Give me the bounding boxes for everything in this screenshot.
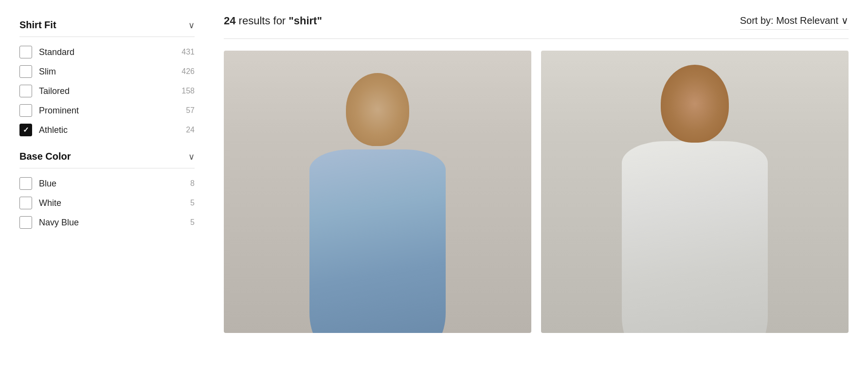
page-layout: Shirt Fit ∨ Standard 431 Slim 426 Tailor… — [0, 0, 868, 368]
list-item[interactable]: Athletic 24 — [19, 124, 195, 136]
tailored-count: 158 — [181, 87, 195, 95]
athletic-count: 24 — [186, 126, 195, 134]
athletic-checkbox[interactable] — [19, 124, 32, 136]
slim-checkbox[interactable] — [19, 65, 32, 78]
list-item[interactable]: Blue 8 — [19, 177, 195, 190]
results-count: 24 — [224, 15, 235, 27]
prominent-count: 57 — [186, 106, 195, 115]
list-item[interactable]: Standard 431 — [19, 46, 195, 58]
base-color-options: Blue 8 White 5 Navy Blue 5 — [19, 177, 195, 229]
list-item[interactable]: Tailored 158 — [19, 85, 195, 97]
navy-blue-label: Navy Blue — [39, 218, 183, 228]
list-item[interactable]: Prominent 57 — [19, 104, 195, 117]
white-label: White — [39, 198, 183, 208]
slim-count: 426 — [181, 67, 195, 76]
shirt-fit-section: Shirt Fit ∨ Standard 431 Slim 426 Tailor… — [19, 19, 195, 136]
prominent-label: Prominent — [39, 106, 179, 116]
prominent-checkbox[interactable] — [19, 104, 32, 117]
results-prefix: results for — [239, 15, 289, 27]
white-count: 5 — [190, 199, 195, 207]
main-content: 24 results for "shirt" Sort by: Most Rel… — [214, 15, 849, 353]
list-item[interactable]: Navy Blue 5 — [19, 216, 195, 229]
base-color-section: Base Color ∨ Blue 8 White 5 Navy Blue — [19, 151, 195, 229]
blue-count: 8 — [190, 179, 195, 188]
athletic-label: Athletic — [39, 125, 179, 135]
sort-label: Sort by: Most Relevant — [740, 15, 838, 26]
standard-checkbox[interactable] — [19, 46, 32, 58]
shirt-fit-title: Shirt Fit — [19, 19, 56, 31]
results-query: "shirt" — [289, 15, 322, 27]
sort-chevron-icon: ∨ — [841, 15, 849, 26]
shirt-fit-header[interactable]: Shirt Fit ∨ — [19, 19, 195, 37]
blue-label: Blue — [39, 179, 183, 189]
standard-count: 431 — [181, 48, 195, 56]
product-grid — [224, 51, 849, 333]
product-card[interactable] — [541, 51, 849, 333]
list-item[interactable]: White 5 — [19, 197, 195, 209]
results-summary: 24 results for "shirt" — [224, 15, 322, 27]
results-header: 24 results for "shirt" Sort by: Most Rel… — [224, 15, 849, 39]
shirt-fit-chevron-icon: ∨ — [188, 20, 195, 31]
base-color-chevron-icon: ∨ — [188, 151, 195, 162]
product-image-1 — [224, 51, 531, 333]
white-checkbox[interactable] — [19, 197, 32, 209]
base-color-header[interactable]: Base Color ∨ — [19, 151, 195, 168]
navy-blue-checkbox[interactable] — [19, 216, 32, 229]
slim-label: Slim — [39, 67, 175, 77]
sort-dropdown[interactable]: Sort by: Most Relevant ∨ — [740, 15, 849, 30]
product-image-2 — [541, 51, 849, 333]
base-color-title: Base Color — [19, 151, 71, 162]
tailored-checkbox[interactable] — [19, 85, 32, 97]
standard-label: Standard — [39, 47, 175, 57]
navy-blue-count: 5 — [190, 218, 195, 227]
tailored-label: Tailored — [39, 86, 175, 96]
blue-checkbox[interactable] — [19, 177, 32, 190]
list-item[interactable]: Slim 426 — [19, 65, 195, 78]
sidebar: Shirt Fit ∨ Standard 431 Slim 426 Tailor… — [19, 15, 214, 353]
shirt-fit-options: Standard 431 Slim 426 Tailored 158 Promi… — [19, 46, 195, 136]
product-card[interactable] — [224, 51, 531, 333]
